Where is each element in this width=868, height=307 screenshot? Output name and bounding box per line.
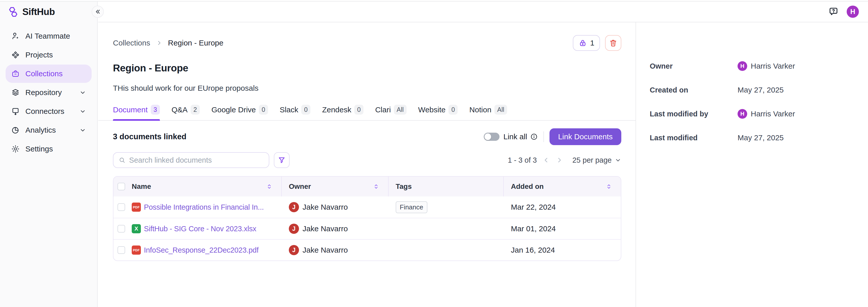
detail-value-text: Harris Varker	[751, 62, 795, 71]
table-row: PDF Possible Integrations in Financial I…	[114, 196, 621, 218]
sort-added-on-button[interactable]	[606, 183, 612, 190]
column-header-name: Name	[132, 183, 151, 191]
tab-zendesk[interactable]: Zendesk 0	[322, 105, 364, 120]
tab-google-drive[interactable]: Google Drive 0	[211, 105, 268, 120]
sidebar: SiftHub AI Teammate Projects Collections	[0, 2, 98, 307]
tab-clari[interactable]: Clari All	[375, 105, 406, 120]
top-bar: H	[98, 2, 868, 22]
tab-notion[interactable]: Notion All	[469, 105, 507, 120]
detail-label: Created on	[650, 86, 738, 94]
user-avatar[interactable]: H	[847, 6, 859, 18]
detail-value-text: Harris Varker	[751, 110, 795, 118]
sidebar-collapse-button[interactable]	[92, 6, 104, 18]
tab-slack[interactable]: Slack 0	[280, 105, 310, 120]
sidebar-item-repository[interactable]: Repository	[6, 83, 92, 102]
lock-icon	[579, 39, 587, 47]
tab-count-badge: 2	[191, 105, 200, 115]
sort-name-button[interactable]	[266, 183, 273, 190]
pagination-prev-button[interactable]	[542, 156, 550, 164]
details-panel: Owner H Harris Varker Created on May 27,…	[637, 22, 868, 307]
chevron-down-icon	[80, 108, 86, 115]
sidebar-item-ai-teammate[interactable]: AI Teammate	[6, 27, 92, 45]
tab-label: Notion	[469, 106, 491, 114]
sort-icon	[373, 183, 379, 190]
help-button[interactable]	[828, 6, 839, 17]
added-on-date: Mar 01, 2024	[511, 224, 556, 233]
tab-label: Google Drive	[211, 106, 256, 114]
chevron-down-icon	[80, 89, 86, 96]
sort-owner-button[interactable]	[373, 183, 379, 190]
search-linked-documents-box	[113, 152, 269, 168]
document-link[interactable]: Possible Integrations in Financial In...	[144, 203, 264, 212]
pagination-next-button[interactable]	[556, 156, 563, 164]
breadcrumb-collections-link[interactable]: Collections	[113, 39, 150, 47]
help-bubble-icon	[828, 6, 839, 17]
breadcrumb-current: Region - Europe	[168, 39, 223, 47]
app-name: SiftHub	[22, 7, 55, 17]
row-checkbox[interactable]	[118, 203, 125, 211]
sidebar-nav: AI Teammate Projects Collections Reposit…	[0, 22, 97, 163]
sidebar-item-collections[interactable]: Collections	[6, 64, 92, 83]
sifthub-logo-icon	[8, 7, 19, 17]
link-documents-button[interactable]: Link Documents	[550, 128, 621, 145]
sidebar-item-analytics[interactable]: Analytics	[6, 121, 92, 139]
sidebar-item-projects[interactable]: Projects	[6, 46, 92, 64]
page-title: Region - Europe	[113, 62, 621, 74]
owner-avatar: J	[289, 202, 299, 212]
tab-qa[interactable]: Q&A 2	[172, 105, 200, 120]
document-link[interactable]: SiftHub - SIG Core - Nov 2023.xlsx	[144, 225, 256, 233]
sidebar-item-label: AI Teammate	[25, 32, 70, 40]
logo[interactable]: SiftHub	[0, 2, 97, 22]
link-all-label: Link all	[503, 132, 527, 141]
link-all-info-icon[interactable]	[530, 133, 538, 141]
detail-row-owner: Owner H Harris Varker	[650, 60, 868, 72]
linked-documents-summary: 3 documents linked	[113, 132, 186, 141]
analytics-icon	[11, 126, 20, 135]
connectors-icon	[11, 107, 20, 116]
added-on-date: Jan 16, 2024	[511, 246, 555, 254]
row-checkbox[interactable]	[118, 225, 125, 232]
main-content: Collections Region - Europe 1 Region - E…	[98, 22, 636, 307]
link-all-toggle[interactable]	[484, 133, 499, 141]
pagination-range: 1 - 3 of 3	[508, 156, 537, 164]
double-chevron-left-icon	[94, 8, 101, 15]
delete-collection-button[interactable]	[605, 35, 621, 51]
pdf-file-icon: PDF	[132, 202, 141, 212]
detail-label: Owner	[650, 62, 738, 71]
detail-label: Last modified	[650, 134, 738, 142]
tab-label: Slack	[280, 106, 298, 114]
sidebar-item-settings[interactable]: Settings	[6, 140, 92, 158]
tab-count-badge: All	[394, 105, 407, 115]
table-header: Name Owner Tags Added on	[114, 177, 621, 196]
tab-label: Document	[113, 106, 148, 114]
tab-count-badge: 3	[151, 105, 160, 115]
sidebar-item-label: Repository	[25, 88, 62, 97]
permissions-count: 1	[590, 39, 594, 47]
tab-bar: Document 3 Q&A 2 Google Drive 0 Slack 0 …	[98, 105, 636, 121]
detail-value-text: May 27, 2025	[738, 133, 784, 142]
owner-avatar: J	[289, 245, 299, 255]
permissions-button[interactable]: 1	[573, 35, 600, 51]
document-link[interactable]: InfoSec_Response_22Dec2023.pdf	[144, 246, 259, 254]
filter-button[interactable]	[274, 152, 289, 168]
tab-count-badge: 0	[259, 105, 268, 115]
owner-name: Jake Navarro	[303, 246, 348, 254]
per-page-select[interactable]: 25 per page	[572, 156, 621, 164]
divider	[544, 131, 544, 142]
tab-website[interactable]: Website 0	[418, 105, 458, 120]
owner-name: Jake Navarro	[303, 203, 348, 212]
xlsx-file-icon: X	[132, 224, 141, 233]
sidebar-item-label: Connectors	[25, 107, 64, 116]
tab-document[interactable]: Document 3	[113, 105, 160, 120]
sidebar-item-connectors[interactable]: Connectors	[6, 102, 92, 120]
linked-documents-table: Name Owner Tags Added on	[113, 176, 621, 261]
select-all-checkbox[interactable]	[118, 183, 125, 190]
tab-count-badge: 0	[448, 105, 458, 115]
detail-row-last-modified: Last modified May 27, 2025	[650, 132, 868, 143]
tab-label: Q&A	[172, 106, 188, 114]
row-checkbox[interactable]	[118, 246, 125, 254]
chevron-left-icon	[542, 156, 550, 164]
owner-avatar: J	[289, 224, 299, 234]
tab-label: Website	[418, 106, 446, 114]
search-input[interactable]	[129, 156, 264, 164]
